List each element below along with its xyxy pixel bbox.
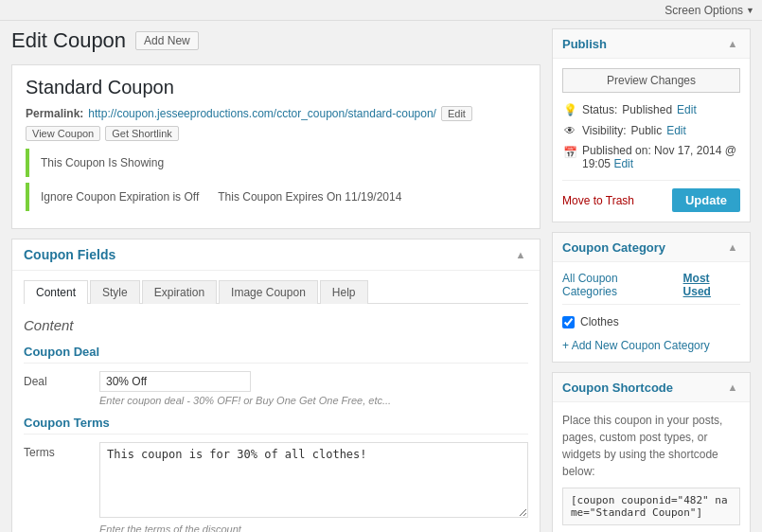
coupon-fields-toggle[interactable]: ▲ (513, 247, 528, 262)
visibility-row: 👁 Visibility: Public Edit (562, 123, 740, 138)
content-section-heading: Content (24, 317, 528, 333)
tab-content[interactable]: Content (24, 280, 88, 304)
most-used-tab[interactable]: Most Used (683, 272, 740, 298)
published-on-row: 📅 Published on: Nov 17, 2014 @ 19:05 Edi… (562, 144, 740, 170)
preview-changes-button[interactable]: Preview Changes (562, 68, 740, 93)
publish-box-title: Publish (562, 37, 607, 51)
shortcode-value[interactable]: [coupon couponid="482" name="Standard Co… (562, 488, 740, 525)
right-column: Publish ▲ Preview Changes 💡 Status: Publ… (552, 28, 751, 532)
terms-field-content: Enter the terms of the discount (99, 442, 528, 532)
deal-label: Deal (24, 371, 99, 388)
get-shortlink-button[interactable]: Get Shortlink (105, 126, 179, 141)
update-button[interactable]: Update (672, 188, 740, 212)
showing-info-bar: This Coupon Is Showing (26, 149, 526, 177)
deal-hint: Enter coupon deal - 30% OFF! or Buy One … (99, 395, 528, 406)
publish-toggle[interactable]: ▲ (725, 36, 740, 51)
published-on-label: Published on: (582, 144, 651, 157)
showing-message: This Coupon Is Showing (41, 156, 164, 169)
deal-field-content: Enter coupon deal - 30% OFF! or Buy One … (99, 371, 528, 406)
permalink-url[interactable]: http://coupon.jesseeproductions.com/ccto… (88, 107, 436, 120)
coupon-fields-body: Content Style Expiration Image Coupon He… (12, 271, 540, 532)
terms-group-title: Coupon Terms (24, 416, 528, 434)
page-title-row: Edit Coupon Add New (11, 28, 540, 53)
deal-field-row: Deal Enter coupon deal - 30% OFF! or Buy… (24, 371, 528, 406)
all-categories-tab[interactable]: All Coupon Categories (562, 272, 676, 298)
coupon-fields-tabs: Content Style Expiration Image Coupon He… (24, 280, 528, 304)
status-label: Status: (582, 103, 617, 116)
expiration-off-message: Ignore Coupon Expiration is Off (41, 190, 199, 204)
coupon-category-header: Coupon Category ▲ (553, 233, 750, 262)
main-container: Edit Coupon Add New Standard Coupon Perm… (0, 21, 762, 532)
expiration-date-message: This Coupon Expires On 11/19/2014 (218, 190, 401, 204)
permalink-row: Permalink: http://coupon.jesseeproductio… (26, 106, 526, 141)
visibility-edit-link[interactable]: Edit (666, 124, 686, 137)
category-item: Clothes (562, 312, 740, 331)
clothes-label: Clothes (580, 315, 619, 328)
view-coupon-button[interactable]: View Coupon (26, 126, 100, 141)
category-tabs: All Coupon Categories Most Used (562, 272, 740, 305)
top-bar: Screen Options (0, 0, 762, 21)
visibility-value: Public (630, 124, 662, 137)
visibility-icon: 👁 (562, 123, 577, 138)
clothes-checkbox[interactable] (562, 316, 575, 328)
tab-image-coupon[interactable]: Image Coupon (219, 280, 318, 304)
status-value: Published (622, 103, 672, 116)
coupon-category-toggle[interactable]: ▲ (725, 239, 740, 255)
coupon-shortcode-body: Place this coupon in your posts, pages, … (553, 402, 750, 532)
move-to-trash-link[interactable]: Move to Trash (562, 194, 634, 207)
edit-permalink-button[interactable]: Edit (441, 106, 472, 121)
permalink-label: Permalink: (26, 107, 83, 120)
publish-box-header: Publish ▲ (553, 29, 750, 59)
tab-style[interactable]: Style (90, 280, 140, 304)
deal-input[interactable] (99, 371, 251, 392)
coupon-shortcode-title: Coupon Shortcode (562, 381, 673, 395)
visibility-label: Visibility: (582, 124, 626, 137)
add-new-category-link[interactable]: + Add New Coupon Category (562, 339, 740, 352)
tab-expiration[interactable]: Expiration (142, 280, 217, 304)
publish-box: Publish ▲ Preview Changes 💡 Status: Publ… (552, 28, 751, 222)
tab-help[interactable]: Help (320, 280, 368, 304)
left-column: Edit Coupon Add New Standard Coupon Perm… (11, 28, 540, 532)
terms-label: Terms (24, 442, 99, 459)
expiration-flex: Ignore Coupon Expiration is Off This Cou… (41, 190, 515, 204)
published-on-content: Published on: Nov 17, 2014 @ 19:05 Edit (582, 144, 740, 170)
published-on-edit-link[interactable]: Edit (613, 157, 633, 170)
publish-box-body: Preview Changes 💡 Status: Published Edit… (553, 59, 750, 222)
page-title: Edit Coupon (11, 28, 126, 53)
screen-options-button[interactable]: Screen Options (665, 4, 754, 17)
coupon-category-title: Coupon Category (562, 240, 665, 255)
status-icon: 💡 (562, 102, 577, 117)
coupon-category-box: Coupon Category ▲ All Coupon Categories … (552, 232, 751, 363)
coupon-category-body: All Coupon Categories Most Used Clothes … (553, 262, 750, 362)
terms-hint: Enter the terms of the discount (99, 523, 528, 532)
expiration-info-bar: Ignore Coupon Expiration is Off This Cou… (26, 183, 526, 211)
terms-textarea[interactable] (99, 442, 528, 518)
coupon-title: Standard Coupon (26, 77, 526, 98)
coupon-fields-box: Coupon Fields ▲ Content Style Expiration… (11, 239, 540, 532)
status-edit-link[interactable]: Edit (677, 103, 697, 116)
coupon-fields-title: Coupon Fields (24, 247, 115, 262)
coupon-shortcode-toggle[interactable]: ▲ (725, 380, 740, 395)
coupon-fields-header: Coupon Fields ▲ (12, 239, 540, 271)
terms-field-row: Terms Enter the terms of the discount (24, 442, 528, 532)
publish-actions: Move to Trash Update (562, 180, 740, 212)
shortcode-description: Place this coupon in your posts, pages, … (562, 412, 740, 480)
coupon-shortcode-header: Coupon Shortcode ▲ (553, 373, 750, 402)
coupon-shortcode-box: Coupon Shortcode ▲ Place this coupon in … (552, 372, 751, 532)
add-new-button[interactable]: Add New (135, 31, 199, 50)
coupon-title-box: Standard Coupon Permalink: http://coupon… (11, 64, 540, 229)
status-row: 💡 Status: Published Edit (562, 102, 740, 117)
calendar-icon: 📅 (562, 145, 577, 160)
deal-group-title: Coupon Deal (24, 345, 528, 364)
